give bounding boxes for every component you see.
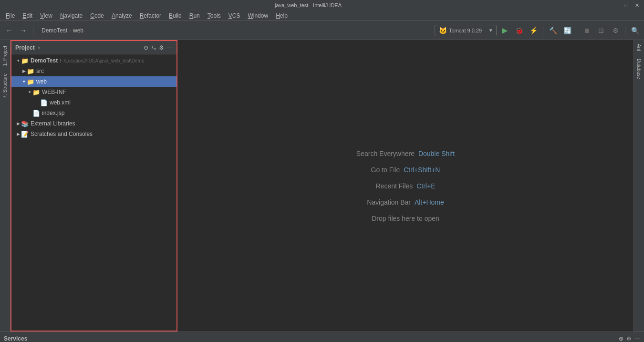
toolbar-separator-4	[577, 26, 577, 35]
jsp-icon-indexjsp: 📄	[32, 110, 40, 117]
menu-vcs[interactable]: VCS	[225, 11, 244, 20]
services-settings-icon[interactable]: ⚙	[626, 335, 632, 342]
tree-arrow-scratches: ▶	[15, 132, 21, 136]
breadcrumb: DemoTest › web	[37, 27, 427, 34]
right-tab-ant[interactable]: Ant	[635, 40, 643, 55]
tree-item-indexjsp[interactable]: 📄 index.jsp	[11, 108, 177, 118]
panel-settings-icon[interactable]: ⚙	[159, 44, 164, 51]
hint-recent-label: Recent Files	[376, 182, 413, 190]
toolbar-separator-2	[431, 26, 431, 35]
right-tab-database[interactable]: Database	[635, 55, 643, 83]
toolbar-separator-1	[33, 26, 33, 35]
run-config-selector[interactable]: 🐱 Tomcat 9.0.29 ▾	[435, 25, 497, 36]
tree-label-extlibs: External Libraries	[31, 120, 75, 127]
tree-label-demotest: DemoTest	[31, 57, 58, 64]
hint-goto-key: Ctrl+Shift+N	[404, 166, 440, 174]
menu-tools[interactable]: Tools	[204, 11, 225, 20]
frame-deactivated-button[interactable]: ⊡	[595, 24, 607, 37]
sidebar-tab-project[interactable]: 1: Project	[1, 42, 9, 70]
tree-item-demotest[interactable]: ▾ 📁 DemoTest F:\Location2\IDEA\java_web_…	[11, 55, 177, 66]
folder-icon-webinf: 📁	[32, 89, 40, 96]
folder-icon-demotest: 📁	[21, 57, 29, 64]
forward-button[interactable]: →	[17, 24, 30, 37]
dropdown-arrow-icon: ▾	[489, 27, 492, 33]
tree-label-indexjsp: index.jsp	[42, 110, 64, 116]
tree-arrow-extlibs: ▶	[15, 121, 21, 126]
run-button[interactable]: ▶	[499, 24, 511, 37]
tree-label-scratches: Scratches and Consoles	[31, 131, 93, 137]
window-title: java_web_test - IntelliJ IDEA	[4, 2, 613, 8]
menu-edit[interactable]: Edit	[19, 11, 36, 20]
project-panel: Project ▾ ⊙ ⇆ ⚙ — ▾ 📁 DemoTest F:\Locati…	[10, 40, 177, 332]
right-strip: Ant Database	[634, 40, 644, 332]
project-header-sep: ▾	[38, 44, 41, 51]
hint-navbar-key: Alt+Home	[415, 198, 444, 206]
project-title: Project	[15, 44, 35, 51]
minimize-button[interactable]: —	[613, 2, 619, 9]
sidebar-tab-structure[interactable]: 7: Structure	[1, 70, 9, 102]
tomcat-icon: 🐱	[439, 27, 447, 34]
menu-code[interactable]: Code	[86, 11, 108, 20]
scratch-icon: 📝	[21, 131, 29, 138]
toolbar-separator-5	[625, 26, 625, 35]
breadcrumb-file[interactable]: web	[73, 27, 83, 34]
run-with-coverage-button[interactable]: ⚡	[527, 24, 540, 37]
menu-help[interactable]: Help	[272, 11, 291, 20]
scope-icon[interactable]: ⊙	[144, 44, 148, 51]
hint-search-everywhere: Search Everywhere Double Shift	[356, 150, 455, 157]
tree-label-webxml: web.xml	[50, 99, 71, 106]
left-strip: 1: Project 7: Structure	[0, 40, 10, 332]
menu-bar: File Edit View Navigate Code Analyze Ref…	[0, 10, 644, 21]
menu-run[interactable]: Run	[186, 11, 204, 20]
tree-arrow-web: ▾	[21, 79, 27, 84]
tree-path-demotest: F:\Location2\IDEA\java_web_test\Demo	[60, 58, 144, 63]
tree-item-webinf[interactable]: ▾ 📁 WEB-INF	[11, 87, 177, 97]
menu-file[interactable]: File	[2, 11, 19, 20]
project-header: Project ▾ ⊙ ⇆ ⚙ —	[11, 41, 177, 54]
hint-navbar-label: Navigation Bar	[367, 198, 411, 206]
close-button[interactable]: ✕	[634, 2, 640, 9]
debug-button[interactable]: 🐞	[513, 24, 525, 37]
content-area: Search Everywhere Double Shift Go to Fil…	[177, 40, 634, 332]
toolbar: ← → DemoTest › web 🐱 Tomcat 9.0.29 ▾ ▶ 🐞…	[0, 21, 644, 40]
tree-label-web: web	[36, 78, 47, 85]
menu-refactor[interactable]: Refactor	[136, 11, 165, 20]
tree-label-src: src	[36, 68, 44, 74]
tree-item-webxml[interactable]: 📄 web.xml	[11, 97, 177, 108]
panel-close-icon[interactable]: —	[167, 44, 173, 51]
services-header: Services ⊕ ⚙ —	[0, 332, 644, 342]
tree-item-src[interactable]: ▶ 📁 src	[11, 66, 177, 76]
tree-item-web[interactable]: ▾ 📁 web	[11, 76, 177, 87]
build-project-button[interactable]: 🔨	[547, 24, 559, 37]
services-close-icon[interactable]: —	[634, 335, 640, 342]
tree-item-scratches[interactable]: ▶ 📝 Scratches and Consoles	[11, 129, 177, 139]
hint-search-key: Double Shift	[418, 150, 455, 157]
collapse-all-icon[interactable]: ⇆	[151, 44, 156, 51]
hint-search-label: Search Everywhere	[356, 150, 415, 157]
menu-navigate[interactable]: Navigate	[56, 11, 86, 20]
search-everywhere-button[interactable]: 🔍	[629, 24, 641, 37]
bottom-panel: Services ⊕ ⚙ — ▶ ≡ ⇅ ⊞ ⊿ ↗ + 🐱 Tomcat Se…	[0, 332, 644, 342]
menu-build[interactable]: Build	[165, 11, 186, 20]
services-title: Services	[4, 335, 27, 342]
services-add-icon[interactable]: ⊕	[619, 335, 623, 342]
menu-analyze[interactable]: Analyze	[108, 11, 136, 20]
xml-icon-webxml: 📄	[40, 99, 48, 106]
folder-icon-src: 📁	[27, 68, 34, 75]
settings-button[interactable]: ⚙	[609, 24, 622, 37]
hint-navigation-bar: Navigation Bar Alt+Home	[367, 198, 444, 206]
menu-window[interactable]: Window	[244, 11, 272, 20]
update-button[interactable]: 🔄	[561, 24, 573, 37]
tree-item-external-libs[interactable]: ▶ 📚 External Libraries	[11, 118, 177, 129]
hint-recent-files: Recent Files Ctrl+E	[376, 182, 436, 190]
stop-button[interactable]: ⏹	[581, 24, 593, 37]
hint-drop-files: Drop files here to open	[372, 215, 439, 222]
maximize-button[interactable]: □	[623, 2, 630, 9]
tree-arrow-webinf: ▾	[27, 90, 32, 94]
breadcrumb-separator: ›	[69, 27, 71, 34]
back-button[interactable]: ←	[3, 24, 15, 37]
hint-recent-key: Ctrl+E	[416, 182, 435, 190]
breadcrumb-project[interactable]: DemoTest	[42, 27, 67, 34]
menu-view[interactable]: View	[36, 11, 56, 20]
main-area: 1: Project 7: Structure Project ▾ ⊙ ⇆ ⚙ …	[0, 40, 644, 332]
